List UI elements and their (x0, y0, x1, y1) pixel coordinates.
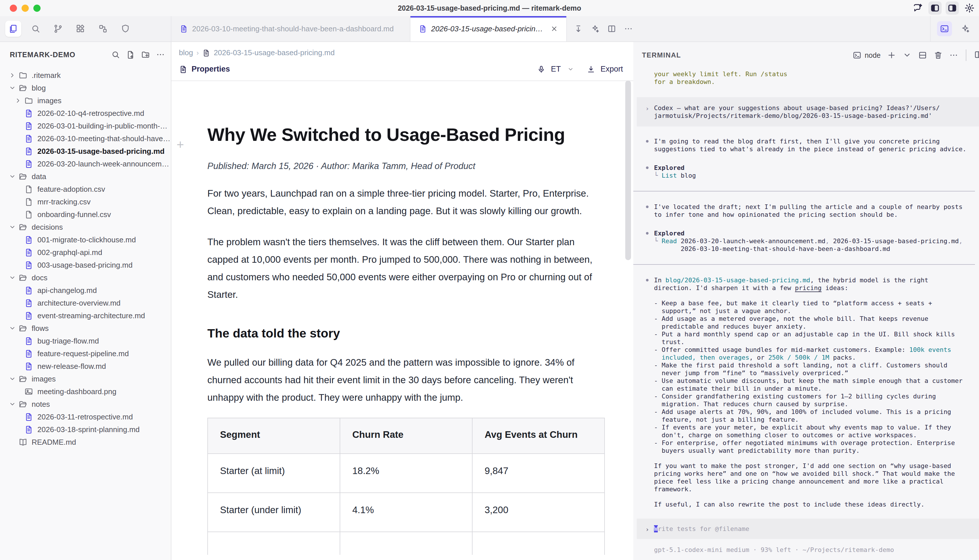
tree-item-event-streaming-architecture.md[interactable]: event-streaming-architecture.md (0, 309, 171, 322)
activity-remote-button[interactable] (95, 21, 111, 37)
new-folder-icon[interactable] (141, 50, 150, 59)
tab-2026-03-15-usage-based-pricing.md[interactable]: 2026-03-15-usage-based-pricing.md (410, 16, 567, 42)
table-cell[interactable] (208, 532, 340, 555)
maximize-panel-icon[interactable] (974, 50, 979, 60)
tree-item-002-graphql-api.md[interactable]: 002-graphql-api.md (0, 246, 171, 259)
kill-terminal-icon[interactable] (934, 51, 943, 60)
tree-item-api-changelog.md[interactable]: api-changelog.md (0, 284, 171, 297)
tree-item-data[interactable]: data (0, 170, 171, 183)
tab-2026-03-10-meeting-that-should-have-been-a-dashboard.md[interactable]: 2026-03-10-meeting-that-should-have-been… (172, 16, 410, 42)
editor-scrollbar[interactable] (625, 80, 631, 260)
close-window-button[interactable] (10, 5, 17, 12)
search-icon[interactable] (111, 50, 120, 59)
import-icon[interactable] (574, 24, 583, 33)
terminal-more-icon[interactable] (949, 51, 958, 60)
activity-shield-button[interactable] (117, 21, 133, 37)
panel-left-button[interactable] (928, 2, 942, 15)
tree-item-bug-triage-flow.md[interactable]: bug-triage-flow.md (0, 335, 171, 347)
add-block-handle[interactable]: + (177, 137, 184, 152)
export-button[interactable]: Export (600, 65, 623, 73)
table-cell[interactable]: 4.1% (340, 493, 472, 532)
table-cell[interactable]: Starter (at limit) (208, 453, 340, 493)
more-dots-icon[interactable] (624, 24, 633, 33)
breadcrumb-file[interactable]: 2026-03-15-usage-based-pricing.md (214, 48, 335, 57)
properties-button[interactable]: Properties (179, 65, 230, 73)
tree-item-onboarding-funnel.csv[interactable]: onboarding-funnel.csv (0, 208, 171, 221)
tree-item-images[interactable]: images (0, 373, 171, 385)
terminal-input[interactable]: ›Write tests for @filename (637, 518, 979, 539)
activity-search-button[interactable] (28, 21, 44, 37)
tree-item-003-usage-based-pricing.md[interactable]: 003-usage-based-pricing.md (0, 259, 171, 272)
zoom-window-button[interactable] (33, 5, 40, 12)
tree-item-architecture-overview.md[interactable]: architecture-overview.md (0, 297, 171, 309)
table-cell[interactable]: 9,847 (472, 453, 605, 493)
settings-gear-button[interactable] (963, 2, 976, 15)
activity-extensions-button[interactable] (72, 21, 88, 37)
tree-item-001-migrate-to-clickhouse.md[interactable]: 001-migrate-to-clickhouse.md (0, 233, 171, 246)
tree-item-notes[interactable]: notes (0, 398, 171, 410)
breadcrumb-folder[interactable]: blog (179, 48, 193, 57)
more-dots-icon[interactable] (156, 50, 165, 59)
section-heading[interactable]: The data told the story (207, 326, 607, 340)
sparkles-icon[interactable] (590, 24, 600, 33)
minimize-window-button[interactable] (22, 5, 29, 12)
terminal-output[interactable]: your weekly limit left. Run /status for … (633, 65, 979, 560)
tree-item-2026-03-10-meeting-that-should-have…[interactable]: 2026-03-10-meeting-that-should-have… (0, 132, 171, 145)
tree-item-2026-03-01-building-in-public-month-…[interactable]: 2026-03-01-building-in-public-month-… (0, 120, 171, 132)
table-header[interactable]: Avg Events at Churn (472, 418, 605, 453)
article-title[interactable]: Why We Switched to Usage-Based Pricing (207, 124, 607, 145)
table-header[interactable]: Churn Rate (340, 418, 472, 453)
tree-item-2026-03-11-retrospective.md[interactable]: 2026-03-11-retrospective.md (0, 410, 171, 423)
chevron-down-icon[interactable] (567, 66, 574, 73)
tree-item-2026-03-15-usage-based-pricing.md[interactable]: 2026-03-15-usage-based-pricing.md (0, 145, 171, 158)
dictation-language-label[interactable]: ET (551, 65, 561, 73)
chat-ai-button[interactable] (911, 2, 924, 15)
tree-item-flows[interactable]: flows (0, 322, 171, 335)
tree-item-2026-03-18-sprint-planning.md[interactable]: 2026-03-18-sprint-planning.md (0, 423, 171, 436)
table-cell[interactable] (472, 532, 605, 555)
breadcrumb[interactable]: blog › 2026-03-15-usage-based-pricing.md (172, 42, 633, 60)
tree-item-images[interactable]: images (0, 94, 171, 107)
tree-item-2026-03-20-launch-week-announcem…[interactable]: 2026-03-20-launch-week-announcem… (0, 158, 171, 170)
tree-item-docs[interactable]: docs (0, 272, 171, 284)
split-terminal-icon[interactable] (918, 51, 927, 60)
document-canvas[interactable]: + Why We Switched to Usage-Based Pricing… (172, 81, 633, 555)
tree-item-label: notes (32, 400, 50, 409)
tree-item-README.md[interactable]: README.md (0, 436, 171, 448)
terminal-text: - Add usage alerts at 70%, 90%, and 100%… (654, 408, 951, 423)
folder-open-icon (18, 400, 28, 409)
panel-right-button[interactable] (946, 2, 959, 15)
tree-item-feature-adoption.csv[interactable]: feature-adoption.csv (0, 183, 171, 195)
table-cell[interactable]: Starter (under limit) (208, 493, 340, 532)
tree-item-meeting-dashboard.png[interactable]: meeting-dashboard.png (0, 385, 171, 398)
terminal-toggle-button[interactable] (937, 21, 952, 36)
tree-item-label: feature-adoption.csv (37, 185, 105, 194)
terminal-text: your weekly limit left. Run /status for … (654, 70, 787, 85)
tree-item-blog[interactable]: blog (0, 82, 171, 94)
new-terminal-icon[interactable] (887, 51, 896, 60)
table-header[interactable]: Segment (208, 418, 340, 453)
tree-item-feature-request-pipeline.md[interactable]: feature-request-pipeline.md (0, 347, 171, 360)
download-icon[interactable] (587, 65, 595, 73)
article-paragraph[interactable]: For two years, Launchpad ran on a simple… (207, 185, 607, 220)
article-paragraph[interactable]: The problem wasn't the tiers themselves.… (207, 233, 607, 303)
shell-selector[interactable]: node (852, 51, 881, 60)
tree-item-.ritemark[interactable]: .ritemark (0, 69, 171, 82)
activity-files-button[interactable] (5, 21, 21, 37)
table-cell[interactable] (340, 532, 472, 555)
activity-source-control-button[interactable] (50, 21, 66, 37)
article-byline[interactable]: Published: March 15, 2026 · Author: Mari… (207, 161, 607, 171)
article-paragraph[interactable]: We pulled our billing data for Q4 2025 a… (207, 353, 607, 406)
tree-item-new-release-flow.md[interactable]: new-release-flow.md (0, 360, 171, 373)
tree-item-2026-02-10-q4-retrospective.md[interactable]: 2026-02-10-q4-retrospective.md (0, 107, 171, 120)
tree-item-decisions[interactable]: decisions (0, 221, 171, 233)
sparkle-toggle-button[interactable] (958, 21, 973, 36)
split-editor-icon[interactable] (607, 24, 616, 33)
close-tab-icon[interactable] (550, 25, 558, 33)
table-cell[interactable]: 18.2% (340, 453, 472, 493)
tree-item-mrr-tracking.csv[interactable]: mrr-tracking.csv (0, 195, 171, 208)
new-file-icon[interactable] (126, 50, 135, 59)
table-cell[interactable]: 3,200 (472, 493, 605, 532)
terminal-dropdown-icon[interactable] (902, 51, 912, 60)
microphone-icon[interactable] (537, 65, 545, 73)
